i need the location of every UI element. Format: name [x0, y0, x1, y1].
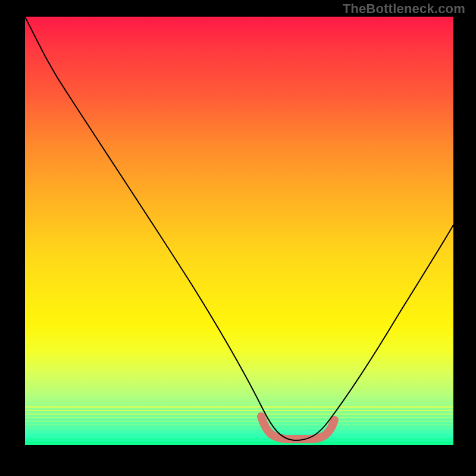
chart-overlay: [25, 17, 453, 445]
watermark-text: TheBottleneck.com: [343, 1, 465, 17]
bottleneck-curve: [25, 17, 453, 440]
bottleneck-chart: [25, 17, 453, 445]
